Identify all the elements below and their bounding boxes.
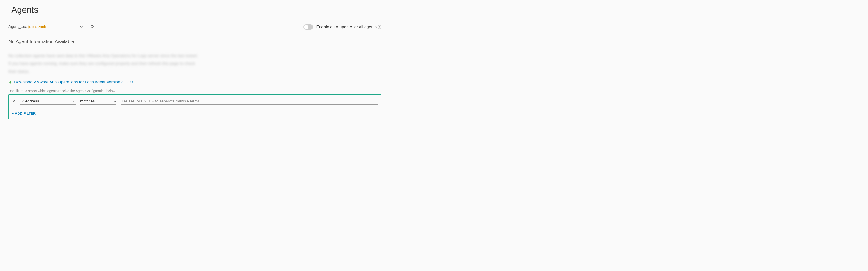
chevron-down-icon [73,99,76,103]
auto-update-label-text: Enable auto-update for all agents [316,25,377,29]
no-agent-info-message: No Agent Information Available [8,39,381,44]
filter-box: IP Address matches + ADD FILTER [8,94,381,119]
download-row: Download VMware Aria Operations for Logs… [8,80,381,85]
top-control-row: Agent_test (Not Saved) Enable auto-updat… [8,24,381,30]
agent-select-name: Agent_test [8,25,27,29]
filter-operator-value: matches [80,99,95,103]
chevron-down-icon [113,99,116,103]
refresh-icon[interactable] [90,24,94,29]
chevron-down-icon [80,25,83,29]
info-icon[interactable]: i [378,25,381,29]
agent-select-status: (Not Saved) [28,25,46,29]
blurred-help-text: No collection agents have sent data to t… [8,52,201,76]
agent-select-group: Agent_test (Not Saved) [8,24,94,30]
download-arrow-icon [8,80,12,84]
filter-operator-dropdown[interactable]: matches [80,98,116,105]
auto-update-label: Enable auto-update for all agents i [316,25,381,29]
add-filter-button[interactable]: + ADD FILTER [12,111,378,115]
auto-update-toggle[interactable] [304,24,313,30]
auto-update-toggle-group: Enable auto-update for all agents i [304,24,381,30]
page-title: Agents [11,5,381,15]
remove-filter-button[interactable] [12,99,16,104]
filter-field-dropdown[interactable]: IP Address [21,98,76,105]
toggle-knob [304,25,308,29]
svg-rect-0 [10,81,11,82]
agent-select-dropdown[interactable]: Agent_test (Not Saved) [8,24,83,30]
filter-value-input[interactable] [121,98,378,105]
filter-hint-text: Use filters to select which agents recei… [8,89,381,93]
filter-row: IP Address matches [12,98,378,105]
download-agent-link[interactable]: Download VMware Aria Operations for Logs… [14,80,133,85]
filter-field-value: IP Address [21,99,39,103]
